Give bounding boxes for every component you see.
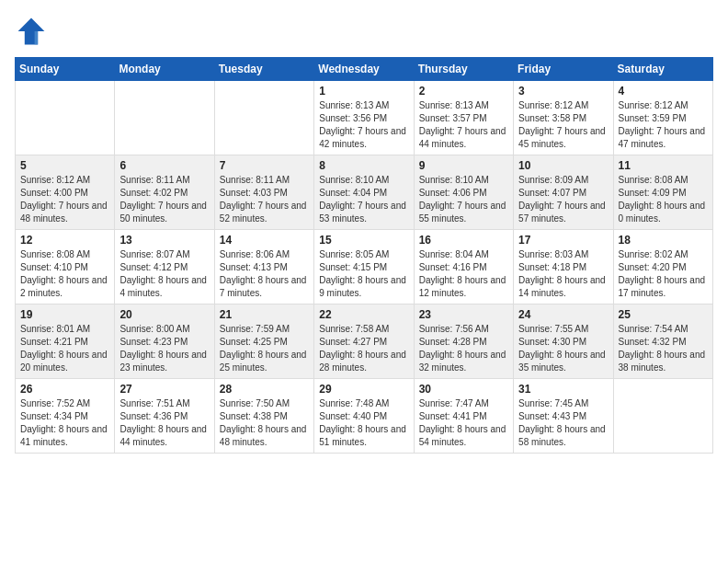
day-number: 10 [518, 159, 608, 172]
day-number: 5 [20, 159, 109, 172]
weekday-header-friday: Friday [514, 58, 613, 81]
day-number: 8 [319, 159, 408, 172]
calendar-cell: 10Sunrise: 8:09 AM Sunset: 4:07 PM Dayli… [514, 155, 613, 230]
svg-marker-0 [18, 18, 45, 45]
calendar-cell: 4Sunrise: 8:12 AM Sunset: 3:59 PM Daylig… [613, 81, 712, 155]
weekday-header-wednesday: Wednesday [314, 58, 414, 81]
day-info: Sunrise: 7:45 AM Sunset: 4:43 PM Dayligh… [518, 397, 608, 449]
day-info: Sunrise: 8:10 AM Sunset: 4:04 PM Dayligh… [319, 174, 408, 225]
calendar-cell: 22Sunrise: 7:58 AM Sunset: 4:27 PM Dayli… [314, 304, 414, 379]
calendar-week-row: 26Sunrise: 7:52 AM Sunset: 4:34 PM Dayli… [16, 379, 713, 454]
day-info: Sunrise: 8:00 AM Sunset: 4:23 PM Dayligh… [119, 323, 209, 374]
calendar-cell: 6Sunrise: 8:11 AM Sunset: 4:02 PM Daylig… [115, 155, 214, 230]
calendar-cell: 29Sunrise: 7:48 AM Sunset: 4:40 PM Dayli… [314, 379, 414, 454]
calendar-cell [214, 81, 313, 155]
page-header [15, 15, 713, 48]
day-number: 22 [319, 308, 408, 321]
day-info: Sunrise: 7:51 AM Sunset: 4:36 PM Dayligh… [119, 397, 209, 449]
calendar-cell: 23Sunrise: 7:56 AM Sunset: 4:28 PM Dayli… [414, 304, 513, 379]
calendar-cell [613, 379, 712, 454]
weekday-header-tuesday: Tuesday [214, 58, 313, 81]
day-number: 16 [419, 234, 508, 247]
day-number: 29 [319, 383, 408, 396]
calendar-cell: 19Sunrise: 8:01 AM Sunset: 4:21 PM Dayli… [16, 304, 115, 379]
calendar-cell [16, 81, 115, 155]
day-info: Sunrise: 8:05 AM Sunset: 4:15 PM Dayligh… [319, 248, 408, 300]
day-number: 27 [119, 383, 209, 396]
calendar-cell: 18Sunrise: 8:02 AM Sunset: 4:20 PM Dayli… [613, 230, 712, 304]
calendar-cell: 2Sunrise: 8:13 AM Sunset: 3:57 PM Daylig… [414, 81, 513, 155]
calendar-week-row: 19Sunrise: 8:01 AM Sunset: 4:21 PM Dayli… [16, 304, 713, 379]
day-number: 19 [20, 308, 109, 321]
calendar-table: SundayMondayTuesdayWednesdayThursdayFrid… [15, 57, 713, 454]
calendar-cell: 26Sunrise: 7:52 AM Sunset: 4:34 PM Dayli… [16, 379, 115, 454]
day-info: Sunrise: 8:04 AM Sunset: 4:16 PM Dayligh… [419, 248, 508, 300]
day-number: 9 [419, 159, 508, 172]
day-info: Sunrise: 8:09 AM Sunset: 4:07 PM Dayligh… [518, 174, 608, 225]
day-info: Sunrise: 8:08 AM Sunset: 4:10 PM Dayligh… [20, 248, 109, 300]
calendar-cell: 20Sunrise: 8:00 AM Sunset: 4:23 PM Dayli… [115, 304, 214, 379]
day-info: Sunrise: 8:08 AM Sunset: 4:09 PM Dayligh… [619, 174, 708, 225]
calendar-cell: 7Sunrise: 8:11 AM Sunset: 4:03 PM Daylig… [214, 155, 313, 230]
day-info: Sunrise: 8:13 AM Sunset: 3:56 PM Dayligh… [319, 99, 408, 151]
day-info: Sunrise: 8:06 AM Sunset: 4:13 PM Dayligh… [220, 248, 309, 300]
calendar-cell: 11Sunrise: 8:08 AM Sunset: 4:09 PM Dayli… [613, 155, 712, 230]
day-info: Sunrise: 8:07 AM Sunset: 4:12 PM Dayligh… [119, 248, 209, 300]
calendar-cell: 8Sunrise: 8:10 AM Sunset: 4:04 PM Daylig… [314, 155, 414, 230]
day-info: Sunrise: 7:50 AM Sunset: 4:38 PM Dayligh… [220, 397, 309, 449]
calendar-cell: 21Sunrise: 7:59 AM Sunset: 4:25 PM Dayli… [214, 304, 313, 379]
day-number: 24 [518, 308, 608, 321]
day-number: 4 [619, 85, 708, 98]
calendar-cell: 3Sunrise: 8:12 AM Sunset: 3:58 PM Daylig… [514, 81, 613, 155]
day-number: 3 [518, 85, 608, 98]
day-number: 30 [419, 383, 508, 396]
day-number: 13 [119, 234, 209, 247]
day-number: 25 [619, 308, 708, 321]
calendar-cell: 24Sunrise: 7:55 AM Sunset: 4:30 PM Dayli… [514, 304, 613, 379]
calendar-cell: 25Sunrise: 7:54 AM Sunset: 4:32 PM Dayli… [613, 304, 712, 379]
logo [15, 15, 51, 48]
day-number: 11 [619, 159, 708, 172]
day-info: Sunrise: 8:12 AM Sunset: 3:58 PM Dayligh… [518, 99, 608, 151]
day-info: Sunrise: 7:48 AM Sunset: 4:40 PM Dayligh… [319, 397, 408, 449]
day-number: 26 [20, 383, 109, 396]
day-info: Sunrise: 7:56 AM Sunset: 4:28 PM Dayligh… [419, 323, 508, 374]
day-info: Sunrise: 8:11 AM Sunset: 4:02 PM Dayligh… [119, 174, 209, 225]
day-info: Sunrise: 7:47 AM Sunset: 4:41 PM Dayligh… [419, 397, 508, 449]
day-info: Sunrise: 8:10 AM Sunset: 4:06 PM Dayligh… [419, 174, 508, 225]
calendar-cell: 27Sunrise: 7:51 AM Sunset: 4:36 PM Dayli… [115, 379, 214, 454]
day-number: 12 [20, 234, 109, 247]
day-number: 14 [220, 234, 309, 247]
day-number: 2 [419, 85, 508, 98]
calendar-week-row: 1Sunrise: 8:13 AM Sunset: 3:56 PM Daylig… [16, 81, 713, 155]
calendar-cell: 1Sunrise: 8:13 AM Sunset: 3:56 PM Daylig… [314, 81, 414, 155]
day-number: 7 [220, 159, 309, 172]
weekday-header-sunday: Sunday [16, 58, 115, 81]
calendar-cell: 12Sunrise: 8:08 AM Sunset: 4:10 PM Dayli… [16, 230, 115, 304]
logo-icon [15, 15, 48, 48]
calendar-cell: 15Sunrise: 8:05 AM Sunset: 4:15 PM Dayli… [314, 230, 414, 304]
day-number: 6 [119, 159, 209, 172]
calendar-cell: 31Sunrise: 7:45 AM Sunset: 4:43 PM Dayli… [514, 379, 613, 454]
day-info: Sunrise: 7:58 AM Sunset: 4:27 PM Dayligh… [319, 323, 408, 374]
day-info: Sunrise: 8:02 AM Sunset: 4:20 PM Dayligh… [619, 248, 708, 300]
weekday-header-monday: Monday [115, 58, 214, 81]
calendar-cell: 14Sunrise: 8:06 AM Sunset: 4:13 PM Dayli… [214, 230, 313, 304]
calendar-cell: 5Sunrise: 8:12 AM Sunset: 4:00 PM Daylig… [16, 155, 115, 230]
weekday-header-row: SundayMondayTuesdayWednesdayThursdayFrid… [16, 58, 713, 81]
day-info: Sunrise: 8:11 AM Sunset: 4:03 PM Dayligh… [220, 174, 309, 225]
day-number: 23 [419, 308, 508, 321]
day-number: 17 [518, 234, 608, 247]
calendar-week-row: 12Sunrise: 8:08 AM Sunset: 4:10 PM Dayli… [16, 230, 713, 304]
day-number: 21 [220, 308, 309, 321]
day-number: 31 [518, 383, 608, 396]
calendar-cell: 9Sunrise: 8:10 AM Sunset: 4:06 PM Daylig… [414, 155, 513, 230]
calendar-cell: 30Sunrise: 7:47 AM Sunset: 4:41 PM Dayli… [414, 379, 513, 454]
day-info: Sunrise: 8:12 AM Sunset: 4:00 PM Dayligh… [20, 174, 109, 225]
weekday-header-saturday: Saturday [613, 58, 712, 81]
day-info: Sunrise: 8:12 AM Sunset: 3:59 PM Dayligh… [619, 99, 708, 151]
day-info: Sunrise: 8:01 AM Sunset: 4:21 PM Dayligh… [20, 323, 109, 374]
day-number: 1 [319, 85, 408, 98]
day-number: 18 [619, 234, 708, 247]
day-info: Sunrise: 7:52 AM Sunset: 4:34 PM Dayligh… [20, 397, 109, 449]
